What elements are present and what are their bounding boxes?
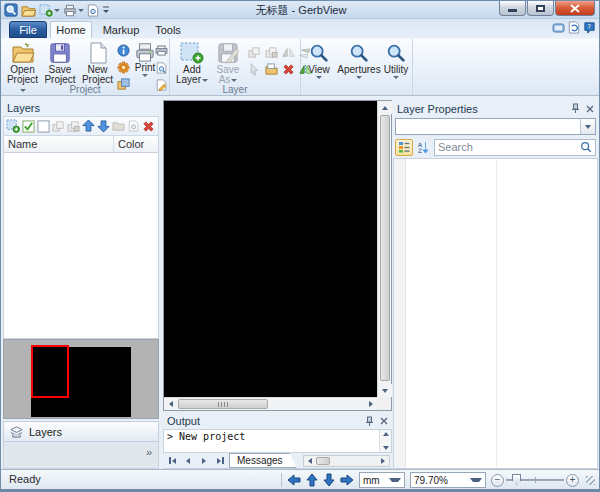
pin-icon[interactable]: [365, 416, 374, 427]
qat-print-button[interactable]: [63, 3, 84, 18]
pan-right-button[interactable]: [340, 474, 354, 486]
pan-left-button[interactable]: [287, 474, 301, 486]
properties-close-icon[interactable]: [586, 105, 594, 113]
print-preview-button[interactable]: [153, 60, 169, 75]
search-icon[interactable]: [580, 141, 592, 153]
export-layer-icon: [265, 63, 278, 76]
output-scroll-up-icon[interactable]: [383, 432, 389, 436]
scroll-down-button[interactable]: [378, 384, 392, 397]
move-layer-down-button[interactable]: [97, 118, 111, 134]
add-layer-button[interactable]: Add Layer: [172, 41, 212, 86]
zoom-slider-track[interactable]: [506, 479, 564, 481]
move-layer-up-button[interactable]: [81, 118, 95, 134]
messages-tab[interactable]: Messages: [229, 453, 297, 468]
output-tab-scrollbar[interactable]: [303, 455, 390, 467]
tab-file[interactable]: File: [9, 21, 47, 38]
qat-preview-button[interactable]: [87, 3, 99, 18]
layers-list[interactable]: [3, 153, 159, 339]
scroll-right-button[interactable]: [364, 398, 377, 410]
viewport-outline[interactable]: [31, 345, 69, 398]
pan-up-button[interactable]: [306, 473, 318, 487]
uncheck-all-button[interactable]: [36, 118, 50, 134]
scroll-up-button[interactable]: [378, 101, 392, 114]
print-batch-button[interactable]: [153, 43, 169, 58]
project-settings-button[interactable]: [115, 60, 131, 75]
paste-layers-button[interactable]: [66, 118, 80, 134]
prev-message-button[interactable]: [181, 454, 195, 467]
resize-grip[interactable]: [586, 476, 595, 485]
tab-tools[interactable]: Tools: [149, 21, 187, 38]
save-as-button[interactable]: Save As: [213, 41, 243, 86]
copy-layers-button[interactable]: [51, 118, 65, 134]
minimize-button[interactable]: [499, 1, 526, 16]
layers-panel-title: Layers: [3, 100, 159, 116]
zoom-in-button[interactable]: +: [566, 474, 579, 487]
qat-customize-icon[interactable]: [102, 3, 110, 18]
save-project-button[interactable]: Save Project: [42, 41, 78, 86]
qat-open-button[interactable]: [21, 3, 36, 18]
last-message-button[interactable]: [213, 454, 227, 467]
import-layer-button[interactable]: [112, 118, 126, 134]
panel-overflow-button[interactable]: »: [146, 446, 152, 458]
hscroll-thumb[interactable]: [178, 399, 268, 409]
zoom-slider-handle[interactable]: [512, 474, 521, 485]
flip-horizontal-button[interactable]: [280, 45, 296, 60]
pan-down-button[interactable]: [323, 473, 335, 487]
search-input[interactable]: [438, 141, 580, 153]
canvas-vertical-scrollbar[interactable]: [377, 101, 391, 397]
first-message-button[interactable]: [165, 454, 179, 467]
output-log[interactable]: > New project: [163, 429, 392, 453]
column-color[interactable]: Color: [114, 136, 158, 152]
scroll-left-button[interactable]: [164, 398, 177, 410]
gerber-canvas[interactable]: [164, 101, 377, 397]
app-icon[interactable]: [4, 3, 18, 18]
copy-layer-button[interactable]: [246, 45, 262, 60]
apertures-button[interactable]: Apertures: [336, 41, 382, 80]
alphabetical-sort-button[interactable]: AZ: [415, 139, 433, 156]
output-close-icon[interactable]: [380, 417, 388, 425]
new-project-button[interactable]: New Project: [79, 41, 116, 86]
view-button[interactable]: View: [303, 41, 335, 80]
vscroll-thumb[interactable]: [380, 115, 390, 381]
next-message-button[interactable]: [197, 454, 211, 467]
tab-markup[interactable]: Markup: [97, 21, 145, 38]
qat-new-layer-button[interactable]: [39, 3, 60, 18]
qat-print-caret[interactable]: [78, 9, 84, 12]
property-grid-splitter[interactable]: [496, 159, 497, 468]
qat-new-layer-caret[interactable]: [54, 9, 60, 12]
canvas-horizontal-scrollbar[interactable]: [164, 397, 377, 410]
output-scrollbar[interactable]: [379, 430, 391, 452]
layers-toolbar: [3, 116, 159, 136]
layer-select-combo[interactable]: [395, 118, 596, 135]
unit-select[interactable]: mm: [359, 472, 405, 488]
check-all-button[interactable]: [21, 118, 35, 134]
select-layer-button[interactable]: [246, 62, 262, 77]
output-scroll-down-icon[interactable]: [383, 446, 389, 450]
add-layer-small-button[interactable]: [6, 118, 20, 134]
property-grid[interactable]: [393, 158, 598, 469]
export-layer-button[interactable]: [263, 62, 279, 77]
nav-thumbnail[interactable]: [3, 339, 159, 419]
minimize-ribbon-button[interactable]: [552, 22, 565, 34]
paste-layer-button[interactable]: [263, 45, 279, 60]
utility-button[interactable]: Utility: [381, 41, 411, 80]
help-button[interactable]: ?: [583, 21, 596, 34]
tab-home[interactable]: Home: [50, 21, 92, 38]
zoom-out-button[interactable]: −: [491, 474, 504, 487]
layers-panel-button[interactable]: Layers: [3, 421, 159, 442]
delete-layer-button[interactable]: [280, 62, 296, 77]
tab-scroll-thumb[interactable]: [316, 457, 330, 465]
categorized-view-button[interactable]: [395, 139, 413, 156]
tab-scroll-left[interactable]: [305, 457, 315, 465]
combo-dropdown-icon[interactable]: [580, 119, 595, 134]
column-name[interactable]: Name: [4, 136, 114, 152]
project-info-button[interactable]: [115, 43, 131, 58]
zoom-select[interactable]: 79.70%: [410, 472, 486, 488]
close-button[interactable]: [555, 1, 595, 16]
remove-layer-button[interactable]: [142, 118, 156, 134]
edit-layer-button[interactable]: [127, 118, 141, 134]
maximize-button[interactable]: [527, 1, 554, 16]
pin-icon[interactable]: [571, 103, 580, 114]
tab-scroll-right[interactable]: [378, 457, 388, 465]
help-doc-button[interactable]: [568, 21, 580, 34]
